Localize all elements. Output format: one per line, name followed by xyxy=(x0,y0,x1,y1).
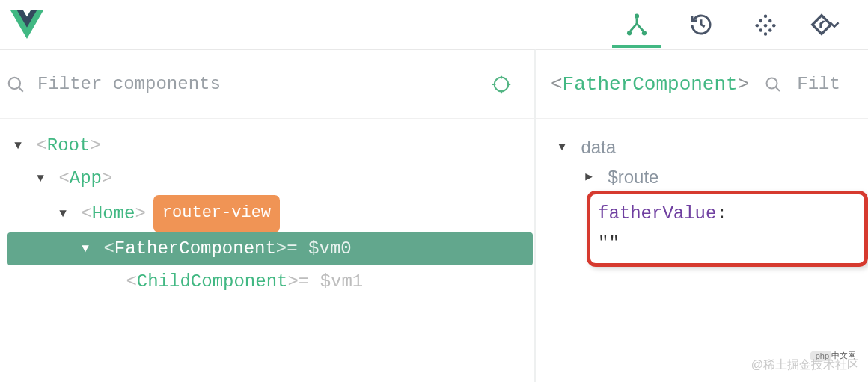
svg-point-8 xyxy=(772,24,776,28)
history-icon xyxy=(689,13,713,37)
svg-point-19 xyxy=(767,78,777,88)
svg-point-11 xyxy=(764,32,768,36)
tree-node-fathercomponent[interactable]: ▼ <FatherComponent> = $vm0 xyxy=(7,232,533,265)
property-value: "" xyxy=(598,233,620,253)
dots-grid-icon xyxy=(754,13,777,36)
tab-components[interactable] xyxy=(605,1,669,48)
svg-point-3 xyxy=(764,15,768,19)
svg-point-12 xyxy=(9,77,20,88)
caret-down-icon[interactable]: ▼ xyxy=(554,132,570,162)
svg-point-4 xyxy=(760,19,763,23)
svg-point-6 xyxy=(756,24,760,28)
svg-point-14 xyxy=(495,77,509,91)
devtools-topbar xyxy=(0,0,868,49)
target-icon[interactable] xyxy=(491,74,512,95)
svg-point-9 xyxy=(760,28,763,32)
chevron-down-icon xyxy=(826,16,843,33)
data-route-item[interactable]: ▶ $route xyxy=(554,162,868,192)
tree-node-home[interactable]: ▼ <Home> router-view xyxy=(7,195,534,232)
tab-history[interactable] xyxy=(669,1,733,48)
components-panel: ▼ <Root> ▼ <App> ▼ <Home> router-view ▼ … xyxy=(0,49,536,382)
caret-down-icon[interactable]: ▼ xyxy=(78,232,93,265)
inspector-panel: <FatherComponent> Filt ▼ data ▶ $route f… xyxy=(536,49,868,382)
router-view-badge: router-view xyxy=(153,195,280,232)
filter-row xyxy=(0,50,534,119)
svg-line-13 xyxy=(19,87,22,91)
caret-down-icon[interactable]: ▼ xyxy=(10,129,25,162)
caret-down-icon[interactable]: ▼ xyxy=(33,162,48,195)
inspector-tree: ▼ data ▶ $route fatherValue: "" xyxy=(536,119,868,267)
watermark-text: @稀土掘金技术社区 xyxy=(751,357,859,373)
search-icon xyxy=(6,75,25,94)
tab-routing[interactable] xyxy=(798,1,855,48)
property-key: fatherValue xyxy=(598,203,716,224)
search-icon xyxy=(764,76,782,93)
tab-vuex[interactable] xyxy=(733,1,798,48)
tree-node-root[interactable]: ▼ <Root> xyxy=(7,129,534,162)
caret-down-icon[interactable]: ▼ xyxy=(55,197,70,230)
svg-line-20 xyxy=(776,87,780,91)
filter-components-input[interactable] xyxy=(37,74,479,94)
components-tree-icon xyxy=(624,12,650,37)
data-section[interactable]: ▼ data xyxy=(554,132,868,162)
selected-component-title: <FatherComponent> xyxy=(551,73,749,96)
svg-point-0 xyxy=(635,14,639,19)
tree-node-childcomponent[interactable]: ▼ <ChildComponent> = $vm1 xyxy=(7,265,534,298)
inspector-header: <FatherComponent> Filt xyxy=(536,50,868,119)
svg-point-7 xyxy=(764,24,768,28)
component-tree: ▼ <Root> ▼ <App> ▼ <Home> router-view ▼ … xyxy=(0,119,534,298)
svg-point-10 xyxy=(768,28,772,32)
highlighted-property: fatherValue: "" xyxy=(587,191,868,267)
vue-logo-icon xyxy=(10,10,43,39)
inspector-filter-input[interactable]: Filt xyxy=(797,74,840,94)
tree-node-app[interactable]: ▼ <App> xyxy=(7,162,534,195)
caret-right-icon[interactable]: ▶ xyxy=(581,162,597,192)
svg-point-5 xyxy=(768,19,772,23)
tab-icons xyxy=(605,1,855,48)
